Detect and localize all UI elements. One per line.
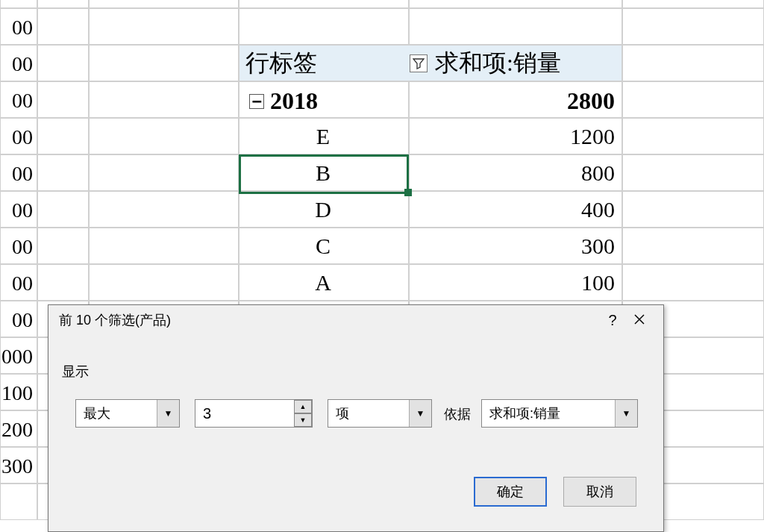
col-a-value: 00 xyxy=(0,9,37,46)
pivot-row-label[interactable]: D xyxy=(239,197,407,222)
ok-button[interactable]: 确定 xyxy=(474,477,547,507)
grid-cell[interactable] xyxy=(622,264,764,301)
count-spinner[interactable]: 3 ▲ ▼ xyxy=(195,399,313,428)
ok-button-label: 确定 xyxy=(497,483,524,501)
col-a-value: 00 xyxy=(0,301,37,338)
grid-cell[interactable] xyxy=(622,45,764,81)
chevron-down-icon: ▼ xyxy=(615,400,637,427)
chevron-down-icon: ▼ xyxy=(157,400,179,427)
pivot-group-total: 2800 xyxy=(409,87,619,115)
grid-cell[interactable] xyxy=(622,228,764,264)
close-icon xyxy=(633,313,645,325)
col-a-value: 100 xyxy=(0,375,37,411)
spinner-up-button[interactable]: ▲ xyxy=(294,400,312,413)
col-a-value: 00 xyxy=(0,228,37,265)
grid-cell[interactable] xyxy=(89,118,239,154)
grid-cell[interactable] xyxy=(89,81,239,118)
field-combo[interactable]: 求和项:销量 ▼ xyxy=(481,399,638,428)
col-a-value: 00 xyxy=(0,265,37,301)
col-a-value: 300 xyxy=(0,448,37,484)
top10-filter-dialog: 前 10 个筛选(产品) ? 显示 最大 ▼ 3 ▲ ▼ 项 ▼ 依据 求和项:… xyxy=(48,304,664,532)
pivot-value-header: 求和项:销量 xyxy=(435,47,561,80)
unit-combo-value: 项 xyxy=(328,404,409,422)
by-label: 依据 xyxy=(444,405,471,423)
grid-cell[interactable] xyxy=(37,0,89,8)
grid-cell[interactable] xyxy=(89,0,239,8)
help-button[interactable]: ? xyxy=(599,312,626,329)
grid-cell[interactable] xyxy=(239,0,409,8)
grid-cell[interactable] xyxy=(622,118,764,154)
grid-cell[interactable] xyxy=(0,484,37,520)
count-spinner-value: 3 xyxy=(195,400,294,427)
grid-cell[interactable] xyxy=(37,45,89,81)
dialog-titlebar: 前 10 个筛选(产品) ? xyxy=(48,305,663,335)
filter-icon xyxy=(413,57,425,69)
pivot-row-value: 1200 xyxy=(409,124,619,149)
col-a-value: 200 xyxy=(0,411,37,448)
collapse-icon[interactable]: − xyxy=(249,94,264,109)
pivot-row-value: 800 xyxy=(409,160,619,186)
grid-cell[interactable] xyxy=(89,264,239,301)
grid-cell[interactable] xyxy=(622,0,764,8)
grid-cell[interactable] xyxy=(89,8,239,45)
filter-dropdown-button[interactable] xyxy=(410,54,428,72)
active-cell-outline xyxy=(239,154,409,194)
pivot-header: 行标签 求和项:销量 xyxy=(239,45,622,81)
col-a-value: 00 xyxy=(0,192,37,228)
unit-combo[interactable]: 项 ▼ xyxy=(328,399,432,428)
display-section-label: 显示 xyxy=(62,363,89,381)
grid-cell[interactable] xyxy=(37,8,89,45)
pivot-row-label[interactable]: C xyxy=(239,234,407,259)
dialog-title: 前 10 个筛选(产品) xyxy=(59,311,599,329)
pivot-row-value: 300 xyxy=(409,234,619,259)
grid-cell[interactable] xyxy=(89,228,239,264)
chevron-down-icon: ▼ xyxy=(409,400,431,427)
grid-cell[interactable] xyxy=(37,191,89,228)
grid-cell[interactable] xyxy=(622,154,764,191)
col-a-value: 00 xyxy=(0,155,37,192)
grid-cell[interactable] xyxy=(37,264,89,301)
pivot-row-label-header: 行标签 xyxy=(239,47,410,80)
grid-cell[interactable] xyxy=(409,8,622,45)
grid-cell[interactable] xyxy=(0,0,37,8)
grid-cell[interactable] xyxy=(37,154,89,191)
grid-cell[interactable] xyxy=(89,191,239,228)
col-a-value: 00 xyxy=(0,119,37,155)
cancel-button-label: 取消 xyxy=(586,483,613,501)
field-combo-value: 求和项:销量 xyxy=(482,404,615,422)
grid-cell[interactable] xyxy=(89,45,239,81)
active-cell-handle[interactable] xyxy=(404,189,412,196)
grid-cell[interactable] xyxy=(409,0,622,8)
grid-cell[interactable] xyxy=(622,81,764,118)
col-a-value: 000 xyxy=(0,338,37,375)
close-button[interactable] xyxy=(626,310,653,330)
grid-cell[interactable] xyxy=(239,8,409,45)
pivot-group-year[interactable]: −2018 xyxy=(245,87,407,115)
col-a-value: 00 xyxy=(0,82,37,119)
grid-cell[interactable] xyxy=(37,228,89,264)
cancel-button[interactable]: 取消 xyxy=(563,477,636,507)
grid-cell[interactable] xyxy=(37,118,89,154)
grid-cell[interactable] xyxy=(89,154,239,191)
grid-cell[interactable] xyxy=(622,8,764,45)
pivot-row-label[interactable]: A xyxy=(239,270,407,295)
pivot-row-value: 400 xyxy=(409,197,619,222)
grid-cell[interactable] xyxy=(622,191,764,228)
spinner-down-button[interactable]: ▼ xyxy=(294,413,312,427)
order-combo-value: 最大 xyxy=(76,404,157,422)
pivot-row-label[interactable]: E xyxy=(239,124,407,149)
order-combo[interactable]: 最大 ▼ xyxy=(75,399,180,428)
col-a-value: 00 xyxy=(0,46,37,82)
pivot-row-value: 100 xyxy=(409,270,619,295)
grid-cell[interactable] xyxy=(37,81,89,118)
